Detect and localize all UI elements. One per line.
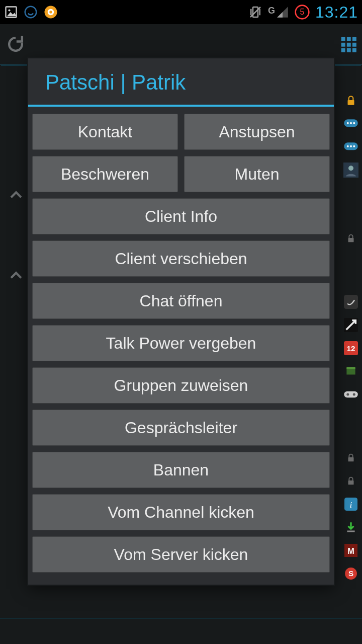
- dialog-title: Patschi | Patrik: [28, 58, 334, 105]
- lock-icon: [342, 92, 360, 110]
- kontakt-button[interactable]: Kontakt: [32, 114, 178, 150]
- app-icon: [342, 316, 360, 334]
- vibrate-icon: [248, 5, 263, 20]
- teamspeak-icon: [23, 5, 38, 20]
- svg-point-26: [350, 145, 352, 147]
- svg-text:S: S: [348, 569, 353, 578]
- svg-point-29: [348, 166, 353, 171]
- gamepad-icon: [342, 385, 360, 404]
- chat-oeffnen-button[interactable]: Chat öffnen: [32, 283, 330, 319]
- app-background: 12 i M S Patschi | Patrik Kontakt Anstup…: [0, 24, 362, 644]
- svg-point-2: [25, 7, 37, 18]
- anstupsen-button[interactable]: Anstupsen: [184, 114, 330, 150]
- svg-point-25: [347, 145, 349, 147]
- svg-rect-37: [344, 391, 358, 398]
- gruppen-zuweisen-button[interactable]: Gruppen zuweisen: [32, 367, 330, 404]
- muten-button[interactable]: Muten: [184, 156, 330, 192]
- picture-icon: [4, 5, 18, 19]
- refresh-button[interactable]: [3, 32, 28, 57]
- bannen-button[interactable]: Bannen: [32, 452, 330, 488]
- svg-rect-11: [347, 37, 351, 41]
- svg-rect-44: [347, 531, 354, 532]
- svg-point-1: [8, 9, 10, 11]
- avatar-icon: [342, 161, 360, 179]
- svg-rect-14: [347, 43, 351, 47]
- chat-icon: [342, 138, 360, 156]
- svg-point-22: [350, 122, 352, 124]
- svg-line-7: [250, 7, 260, 17]
- skype-icon: S: [342, 565, 360, 583]
- status-bar: G 5 13:21: [0, 0, 362, 24]
- notifications-badge-icon: 5: [294, 4, 310, 20]
- svg-rect-12: [352, 37, 356, 41]
- client-info-button[interactable]: Client Info: [32, 198, 330, 234]
- svg-rect-13: [341, 43, 345, 47]
- chevron-up-icon[interactable]: [6, 266, 26, 286]
- lock-icon: [342, 449, 360, 467]
- svg-text:12: 12: [347, 344, 355, 353]
- svg-point-23: [353, 122, 355, 124]
- svg-point-38: [346, 393, 349, 396]
- gespraechsleiter-button[interactable]: Gesprächsleiter: [32, 410, 330, 446]
- svg-rect-10: [341, 37, 345, 41]
- info-icon: i: [342, 495, 360, 513]
- svg-point-27: [353, 145, 355, 147]
- block-icon: [342, 362, 360, 380]
- client-verschieben-button[interactable]: Client verschieben: [32, 240, 330, 277]
- svg-text:M: M: [347, 546, 354, 555]
- svg-rect-19: [348, 100, 354, 105]
- chevron-up-icon[interactable]: [6, 185, 26, 205]
- lock-icon: [342, 472, 360, 490]
- vom-server-kicken-button[interactable]: Vom Server kicken: [32, 536, 330, 573]
- network-g-icon: G: [268, 6, 289, 19]
- svg-rect-17: [347, 48, 351, 52]
- chat-icon: [342, 115, 360, 133]
- user-context-dialog: Patschi | Patrik Kontakt Anstupsen Besch…: [28, 58, 334, 585]
- dialog-divider: [28, 105, 334, 107]
- talk-power-button[interactable]: Talk Power vergeben: [32, 325, 330, 361]
- svg-rect-36: [346, 367, 355, 369]
- app-icon: [342, 293, 360, 311]
- beschweren-button[interactable]: Beschweren: [32, 156, 178, 192]
- right-icon-rail: 12 i M S: [339, 92, 362, 583]
- svg-rect-30: [348, 238, 354, 242]
- svg-point-5: [49, 11, 52, 14]
- status-clock: 13:21: [315, 3, 358, 22]
- svg-rect-31: [344, 295, 358, 309]
- lock-icon: [342, 229, 360, 248]
- svg-rect-41: [348, 480, 354, 485]
- svg-point-39: [353, 393, 355, 396]
- grid-button[interactable]: [338, 34, 359, 55]
- vom-channel-kicken-button[interactable]: Vom Channel kicken: [32, 494, 330, 530]
- app-badge-icon: [43, 5, 58, 20]
- svg-rect-15: [352, 43, 356, 47]
- download-icon: [342, 518, 360, 536]
- svg-text:i: i: [350, 500, 352, 510]
- m-icon: M: [342, 541, 360, 559]
- svg-point-21: [347, 122, 349, 124]
- svg-rect-18: [352, 48, 356, 52]
- svg-rect-16: [341, 48, 345, 52]
- badge-12-icon: 12: [342, 339, 360, 357]
- svg-text:5: 5: [300, 8, 304, 16]
- svg-rect-40: [348, 457, 354, 461]
